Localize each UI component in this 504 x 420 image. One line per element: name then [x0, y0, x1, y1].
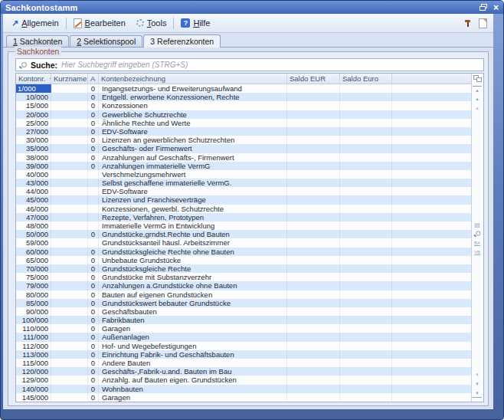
column-header-kontonr[interactable]: Kontonr.▼ — [16, 74, 51, 84]
menu-tools[interactable]: Tools — [131, 17, 172, 29]
table-row[interactable]: 100/0000Fabrikbauten — [16, 316, 471, 324]
cell-kurzname — [51, 179, 88, 187]
column-header-kurzname[interactable]: Kurzname — [51, 74, 88, 84]
table-row[interactable]: 20/0000Gewerbliche Schutzrechte — [16, 110, 471, 119]
table-row[interactable]: 46/000Konzessionen, gewerbl. Schutzrecht… — [16, 205, 471, 213]
cell-saldo-euro — [340, 324, 392, 333]
column-header-a[interactable]: A — [88, 74, 99, 84]
table-view-icon[interactable]: ▤ — [473, 221, 482, 228]
table-row[interactable]: 115/0000Andere Bauten — [16, 359, 471, 367]
cell-a — [88, 238, 99, 247]
cell-kontonr: 46/000 — [16, 205, 51, 213]
cell-kontonr: 65/000 — [16, 256, 51, 264]
cell-a — [88, 195, 99, 204]
menu-toolbar: ↗ Allgemein Bearbeiten Tools ? Hilfe — [3, 14, 493, 33]
scroll-down-icon[interactable]: ▼ — [473, 371, 482, 379]
table-row[interactable]: 79/0000Anzahlungen a.Grundstücke ohne Ba… — [16, 281, 471, 290]
table-row[interactable]: 85/0000Grundstückswert bebauter Grundstü… — [16, 299, 471, 307]
menu-bearbeiten[interactable]: Bearbeiten — [68, 17, 131, 30]
scroll-page-down-icon[interactable]: ▼ — [473, 380, 482, 388]
window-content: ↗ Allgemein Bearbeiten Tools ? Hilfe 1 S… — [3, 14, 493, 409]
cell-kontonr: 115/000 — [16, 359, 51, 367]
cell-kurzname — [51, 170, 88, 179]
column-header-kontenbezeichnung[interactable]: Kontenbezeichnung — [99, 74, 287, 84]
table-row[interactable]: 140/0000Wohnbauten — [16, 385, 471, 393]
cell-kontonr: 60/000 — [16, 248, 51, 256]
table-row[interactable]: 80/0000Bauten auf eigenen Grundstücken — [16, 290, 471, 299]
table-row[interactable]: 43/000Selbst geschaffene immaterielle Ve… — [16, 179, 471, 187]
search-input[interactable]: Suche: Hier Suchbegriff eingeben (STRG+S… — [15, 58, 484, 71]
table-row[interactable]: 47/000Rezepte, Verfahren, Prototypen — [16, 213, 471, 221]
table-row[interactable]: 45/000Lizenzen und Franchiseverträge — [16, 195, 471, 204]
cell-kontenbezeichnung: Anzahlungen immaterielle VermG — [99, 162, 287, 170]
cell-kontenbezeichnung: Garagen — [99, 324, 287, 333]
cell-kontonr: 40/000 — [16, 170, 51, 179]
ba-badge-icon[interactable]: BA — [473, 239, 482, 247]
table-row[interactable]: 112/0000Hof- und Wegebefestigungen — [16, 342, 471, 350]
cell-a: 0 — [88, 376, 99, 384]
vb-badge-icon[interactable]: VB — [473, 248, 482, 256]
table-row[interactable]: 129/0000Anzahlg. auf Bauten eigen. Grund… — [16, 376, 471, 384]
scroll-to-top-icon[interactable]: ▲ — [473, 86, 482, 94]
column-chooser-icon[interactable] — [473, 74, 482, 82]
table-row[interactable]: 70/0000Grundstücksgleiche Rechte — [16, 264, 471, 273]
scroll-to-bottom-icon[interactable]: ▼ — [473, 389, 482, 398]
help-icon: ? — [181, 18, 190, 28]
cell-filler — [392, 213, 471, 221]
table-row[interactable]: 44/000EDV-Software — [16, 187, 471, 195]
table-row[interactable]: 110/0000Garagen — [16, 324, 471, 333]
restore-icon[interactable] — [479, 4, 487, 11]
table-row[interactable]: 145/0000Garagen — [16, 393, 471, 402]
table-row[interactable]: 39/0000Anzahlungen immaterielle VermG — [16, 162, 471, 170]
cell-kontenbezeichnung: Geschäfts- oder Firmenwert — [99, 144, 287, 153]
table-row[interactable]: 15/0000Konzessionen — [16, 101, 471, 110]
table-row[interactable]: 120/0000Geschäfts-,Fabrik-u.and. Bauten … — [16, 367, 471, 376]
table-row[interactable]: 75/0000Grundstücke mit Substanzverzehr — [16, 273, 471, 281]
tab-referenzkonten[interactable]: 3 Referenzkonten — [143, 34, 221, 48]
cell-kontonr: 120/000 — [16, 367, 51, 376]
tab-selektionspool[interactable]: 2 Selektionspool — [70, 35, 142, 47]
table-row[interactable]: 90/0000Geschäftsbauten — [16, 307, 471, 316]
cell-saldo-eur — [287, 153, 340, 162]
menu-allgemein[interactable]: ↗ Allgemein — [6, 17, 64, 29]
cell-kurzname — [51, 230, 88, 238]
table-row[interactable]: 111/0000Außenanlagen — [16, 333, 471, 341]
cell-kontenbezeichnung: Selbst geschaffene immaterielle VermG. — [99, 179, 287, 187]
tab-sachkonten[interactable]: 1 Sachkonten — [6, 35, 69, 47]
cell-a — [88, 170, 99, 179]
table-row[interactable]: 50/0000Grundstücke,grndst.Rechte und Bau… — [16, 230, 471, 238]
cell-filler — [392, 376, 471, 384]
table-row[interactable]: 40/000Verschmelzungsmehrwert — [16, 170, 471, 179]
cell-saldo-euro — [340, 333, 392, 341]
table-row[interactable]: 25/0000Ähnliche Rechte und Werte — [16, 119, 471, 127]
column-header-saldo-euro[interactable]: Saldo Euro — [340, 74, 392, 84]
close-icon[interactable]: × — [493, 4, 499, 11]
table-row[interactable]: 30/0000Lizenzen an gewerblichen Schutzre… — [16, 136, 471, 144]
cell-kontenbezeichnung: Konzessionen — [99, 101, 287, 110]
table-row[interactable]: 60/0000Grundstücksgleiche Rechte ohne Ba… — [16, 248, 471, 256]
menu-hilfe[interactable]: ? Hilfe — [175, 17, 215, 29]
table-row[interactable]: 10/0000Entgeltl. erworbene Konzessionen,… — [16, 93, 471, 101]
cell-filler — [392, 324, 471, 333]
table-row[interactable]: 65/0000Unbebaute Grundstücke — [16, 256, 471, 264]
scroll-page-up-icon[interactable]: ▲ — [473, 95, 482, 103]
cell-kontenbezeichnung: EDV-Software — [99, 187, 287, 195]
table-row[interactable]: 35/0000Geschäfts- oder Firmenwert — [16, 144, 471, 153]
table-row[interactable]: 59/000Grundstücksanteil häusl. Arbeitszi… — [16, 238, 471, 247]
table-row[interactable]: 27/0000EDV-Software — [16, 127, 471, 136]
scroll-up-icon[interactable]: ▲ — [473, 104, 482, 112]
table-row[interactable]: 38/0000Anzahlungen auf Geschäfts-, Firme… — [16, 153, 471, 162]
cell-filler — [392, 316, 471, 324]
table-row[interactable]: 1/0000Ingangsetzungs- und Erweiterungsau… — [16, 84, 471, 93]
cell-saldo-eur — [287, 316, 340, 324]
cell-kontonr: 140/000 — [16, 385, 51, 393]
table-row[interactable]: 113/0000Einrichtung Fabrik- und Geschäft… — [16, 350, 471, 359]
column-header-saldo-eur[interactable]: Saldo EUR — [287, 74, 340, 84]
table-row[interactable]: 48/000Immaterielle VermG in Entwicklung — [16, 221, 471, 230]
grid-area: Kontonr.▼KurznameAKontenbezeichnungSaldo… — [16, 74, 471, 402]
pin-icon[interactable] — [464, 19, 471, 28]
magnifier-icon[interactable] — [473, 230, 482, 238]
cell-filler — [392, 367, 471, 376]
cell-saldo-eur — [287, 385, 340, 393]
note-icon[interactable] — [479, 18, 487, 28]
